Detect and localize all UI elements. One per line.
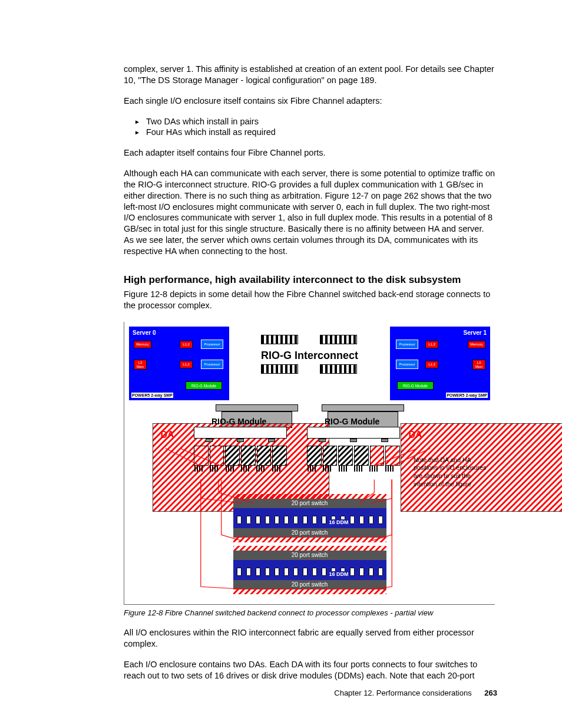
io-connector-icon <box>320 335 357 344</box>
svg-rect-2 <box>320 335 356 344</box>
svg-rect-4 <box>320 365 356 373</box>
svg-rect-7 <box>194 446 208 465</box>
l12-chip: L1,2 <box>425 341 438 348</box>
ddm-row: 16 DDM <box>233 560 386 580</box>
smp-label: POWER5 2-way SMP <box>446 393 488 398</box>
svg-rect-20 <box>233 536 386 542</box>
l3-chip: L3Mem <box>472 360 485 370</box>
io-connector-icon <box>320 364 357 374</box>
svg-rect-8 <box>210 446 224 465</box>
l12-chip: L1,2 <box>180 361 193 368</box>
section-heading: High performance, high availability inte… <box>124 274 495 286</box>
riog-module-chip: RIO-G Module <box>186 381 222 390</box>
svg-rect-3 <box>262 365 297 373</box>
switch-ddm-stack-2: 20 port switch 16 DDM 20 port switch <box>233 551 386 589</box>
da-label: DA <box>401 429 430 442</box>
processor-chip: Processor <box>396 360 418 369</box>
body-paragraph: Each I/O enclosure contains two DAs. Eac… <box>124 659 495 681</box>
ddm-label: 16 DDM <box>328 571 349 578</box>
io-connector-icon <box>261 335 298 344</box>
svg-rect-22 <box>233 588 386 594</box>
da-box-left: DA <box>153 423 182 447</box>
svg-rect-1 <box>262 335 297 344</box>
figure-canvas: Server 0 Memory L1,2 Processor L3Mem L1,… <box>124 322 495 605</box>
svg-rect-17 <box>371 446 384 465</box>
svg-rect-15 <box>339 446 352 465</box>
bullet-list: Two DAs which install in pairs Four HAs … <box>134 116 495 139</box>
l12-chip: L1,2 <box>180 341 193 348</box>
svg-rect-13 <box>308 446 321 465</box>
io-connector-icon <box>261 364 298 374</box>
riog-module-chip: RIO-G Module <box>397 381 434 390</box>
body-paragraph: All I/O enclosures within the RIO interc… <box>124 627 495 650</box>
svg-rect-10 <box>242 446 255 465</box>
riog-module-label: RIO-G Module <box>325 416 379 427</box>
figure-caption: Figure 12-8 Fibre Channel switched backe… <box>124 608 495 618</box>
processor-chip: Processor <box>201 360 223 369</box>
io-enclosure-right <box>307 427 400 480</box>
page-footer: Chapter 12. Performance considerations 2… <box>334 689 497 699</box>
svg-rect-16 <box>355 446 368 465</box>
memory-chip: Memory <box>134 341 151 348</box>
figure-12-8: Server 0 Memory L1,2 Processor L3Mem L1,… <box>124 322 495 605</box>
ddm-label: 16 DDM <box>328 519 349 526</box>
body-paragraph: complex, server 1. This affinity is esta… <box>124 64 495 86</box>
ddm-row: 16 DDM <box>233 508 386 528</box>
svg-rect-14 <box>323 446 337 465</box>
footer-chapter: Chapter 12. Performance considerations <box>334 689 471 697</box>
footer-page-number: 263 <box>484 689 497 697</box>
svg-rect-9 <box>226 446 239 465</box>
body-paragraph: Each adapter itself contains four Fibre … <box>124 147 495 159</box>
l3-chip: L3Mem <box>134 360 147 370</box>
server-0-label: Server 0 <box>133 329 156 337</box>
da-box-right: DA <box>401 423 430 447</box>
switch-ddm-stack-1: 20 port switch 16 DDM 20 port switch <box>233 499 386 538</box>
svg-rect-18 <box>386 446 399 465</box>
interconnect-title: RIO-G Interconnect <box>261 349 358 363</box>
body-paragraph: Each single I/O enclosure itself contain… <box>124 95 495 107</box>
list-item: Two DAs which install in pairs <box>134 116 495 127</box>
l12-chip: L1,2 <box>425 361 438 368</box>
svg-rect-12 <box>273 446 286 465</box>
server-1-box: Server 1 Processor L1,2 Memory Processor… <box>390 327 490 400</box>
io-enclosure-left <box>194 427 287 480</box>
da-label: DA <box>153 429 182 442</box>
processor-chip: Processor <box>201 340 223 349</box>
switch-row: 20 port switch <box>233 499 386 508</box>
smp-label: POWER5 2-way SMP <box>131 393 173 398</box>
riog-module-label: RIO-G Module <box>211 416 266 427</box>
processor-chip: Processor <box>396 340 418 349</box>
figure-note: Note that DA and HA positions in I/O enc… <box>414 456 490 489</box>
body-paragraph: Figure 12-8 depicts in some detail how t… <box>124 289 495 311</box>
body-paragraph: Although each HA can communicate with ea… <box>124 168 495 257</box>
list-item: Four HAs which install as required <box>134 127 495 138</box>
switch-row: 20 port switch <box>233 551 386 560</box>
memory-chip: Memory <box>468 341 485 348</box>
server-1-label: Server 1 <box>464 329 487 337</box>
page-content: complex, server 1. This affinity is esta… <box>124 64 495 681</box>
svg-rect-11 <box>257 446 271 465</box>
server-0-box: Server 0 Memory L1,2 Processor L3Mem L1,… <box>129 327 229 400</box>
